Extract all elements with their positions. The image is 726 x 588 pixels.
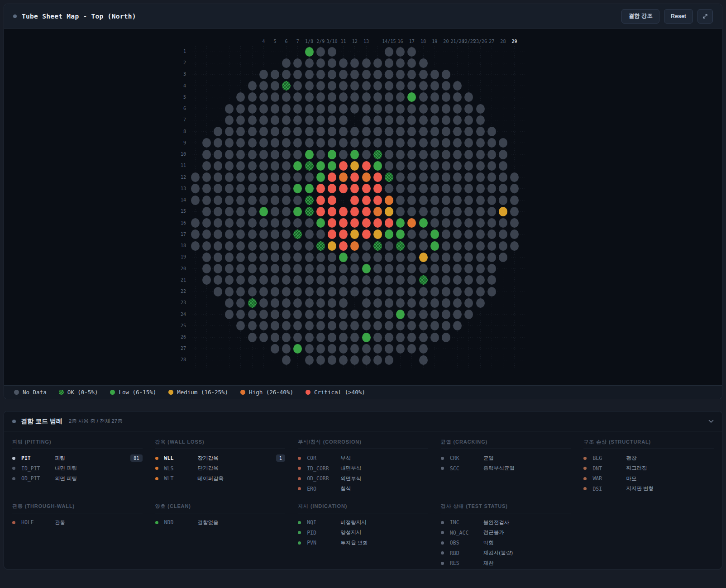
- tube-dot[interactable]: [350, 253, 359, 262]
- tube-dot[interactable]: [362, 287, 371, 296]
- tube-dot[interactable]: [487, 184, 496, 193]
- tube-dot[interactable]: [442, 172, 450, 182]
- tube-dot[interactable]: [419, 253, 428, 262]
- tube-dot[interactable]: [407, 70, 416, 79]
- tube-dot[interactable]: [271, 92, 279, 102]
- tube-dot[interactable]: [442, 310, 450, 319]
- tube-dot[interactable]: [373, 92, 382, 102]
- tube-dot[interactable]: [396, 150, 405, 159]
- tube-dot[interactable]: [271, 196, 279, 205]
- defect-code-item[interactable]: ID_PIT내면 피팅: [12, 464, 143, 474]
- tube-dot[interactable]: [339, 321, 348, 330]
- tube-dot[interactable]: [339, 241, 348, 251]
- tube-dot[interactable]: [282, 241, 291, 251]
- tube-dot[interactable]: [259, 184, 268, 193]
- tube-dot[interactable]: [430, 104, 439, 114]
- tube-dot[interactable]: [305, 58, 314, 68]
- tube-dot[interactable]: [430, 184, 439, 193]
- tube-dot[interactable]: [271, 333, 279, 342]
- tube-dot[interactable]: [453, 81, 462, 91]
- tube-dot[interactable]: [453, 229, 462, 239]
- tube-dot[interactable]: [430, 310, 439, 319]
- tube-dot[interactable]: [419, 70, 428, 79]
- tube-dot[interactable]: [328, 264, 336, 273]
- tube-dot[interactable]: [373, 310, 382, 319]
- tube-dot[interactable]: [373, 115, 382, 125]
- tube-dot[interactable]: [396, 70, 405, 79]
- defect-highlight-button[interactable]: 결함 강조: [621, 9, 659, 24]
- tube-dot[interactable]: [202, 172, 211, 182]
- tube-dot[interactable]: [476, 104, 485, 114]
- tube-dot[interactable]: [259, 92, 268, 102]
- tube-dot[interactable]: [385, 264, 393, 273]
- tube-dot[interactable]: [464, 92, 473, 102]
- tube-dot[interactable]: [339, 161, 348, 171]
- tube-dot[interactable]: [385, 229, 393, 239]
- tube-dot[interactable]: [464, 196, 473, 205]
- tube-dot[interactable]: [259, 321, 268, 330]
- tube-dot[interactable]: [248, 321, 257, 330]
- tube-dot[interactable]: [430, 298, 439, 308]
- tube-dot[interactable]: [271, 218, 279, 228]
- tube-dot[interactable]: [396, 172, 405, 182]
- tube-dot[interactable]: [236, 310, 245, 319]
- tube-dot[interactable]: [373, 184, 382, 193]
- tube-dot[interactable]: [328, 298, 336, 308]
- tube-dot[interactable]: [385, 58, 393, 68]
- tube-dot[interactable]: [271, 310, 279, 319]
- tube-dot[interactable]: [487, 172, 496, 182]
- tube-dot[interactable]: [476, 218, 485, 228]
- tube-dot[interactable]: [396, 58, 405, 68]
- tube-dot[interactable]: [191, 196, 200, 205]
- tube-dot[interactable]: [259, 287, 268, 296]
- tube-dot[interactable]: [464, 298, 473, 308]
- tube-dot[interactable]: [464, 229, 473, 239]
- tube-dot[interactable]: [305, 229, 314, 239]
- tube-dot[interactable]: [328, 172, 336, 182]
- tube-dot[interactable]: [259, 229, 268, 239]
- tube-dot[interactable]: [236, 275, 245, 285]
- tube-dot[interactable]: [396, 218, 405, 228]
- tube-dot[interactable]: [385, 138, 393, 148]
- tube-dot[interactable]: [328, 207, 336, 216]
- tube-dot[interactable]: [282, 218, 291, 228]
- tube-dot[interactable]: [259, 310, 268, 319]
- tube-dot[interactable]: [385, 184, 393, 193]
- tube-dot[interactable]: [236, 115, 245, 125]
- tube-dot[interactable]: [282, 275, 291, 285]
- tube-dot[interactable]: [464, 138, 473, 148]
- tube-dot[interactable]: [396, 47, 405, 57]
- tube-dot[interactable]: [305, 253, 314, 262]
- tube-dot[interactable]: [316, 70, 325, 79]
- tube-dot[interactable]: [328, 104, 336, 114]
- defect-code-item[interactable]: NQI비정량지시: [298, 517, 428, 528]
- tube-dot[interactable]: [305, 321, 314, 330]
- tube-dot[interactable]: [385, 355, 393, 365]
- tube-dot[interactable]: [476, 229, 485, 239]
- tube-dot[interactable]: [271, 172, 279, 182]
- tube-dot[interactable]: [225, 161, 234, 171]
- tube-dot[interactable]: [305, 172, 314, 182]
- tube-dot[interactable]: [350, 355, 359, 365]
- tube-dot[interactable]: [282, 172, 291, 182]
- tube-dot[interactable]: [510, 172, 519, 182]
- tube-dot[interactable]: [305, 196, 314, 205]
- tube-dot[interactable]: [248, 241, 257, 251]
- tube-dot[interactable]: [385, 333, 393, 342]
- tube-dot[interactable]: [476, 275, 485, 285]
- tube-dot[interactable]: [339, 104, 348, 114]
- tube-dot[interactable]: [271, 287, 279, 296]
- tube-dot[interactable]: [476, 138, 485, 148]
- tube-dot[interactable]: [419, 58, 428, 68]
- tube-dot[interactable]: [453, 92, 462, 102]
- tube-dot[interactable]: [305, 115, 314, 125]
- tube-dot[interactable]: [214, 207, 222, 216]
- tube-dot[interactable]: [271, 344, 279, 354]
- tube-dot[interactable]: [339, 218, 348, 228]
- tube-dot[interactable]: [373, 161, 382, 171]
- tube-dot[interactable]: [328, 184, 336, 193]
- tube-dot[interactable]: [225, 127, 234, 136]
- tube-dot[interactable]: [499, 172, 507, 182]
- defect-code-item[interactable]: OD_PIT외면 피팅: [12, 473, 143, 484]
- tube-dot[interactable]: [442, 150, 450, 159]
